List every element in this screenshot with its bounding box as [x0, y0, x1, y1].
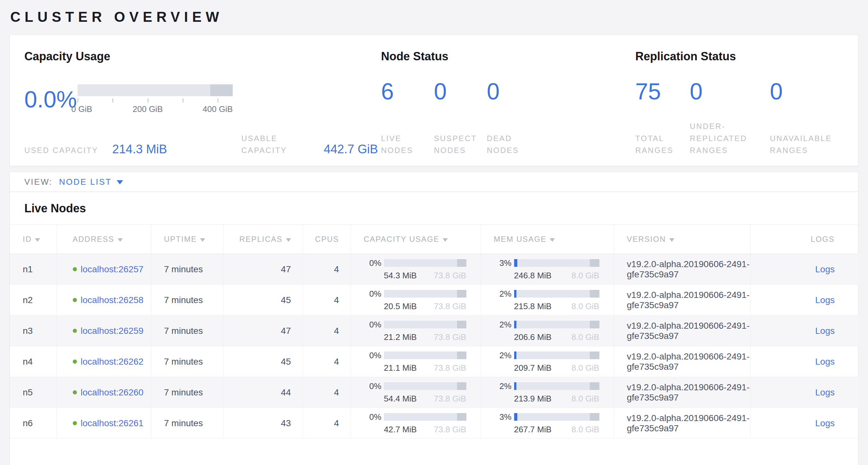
- node-live-status-icon: [73, 359, 77, 364]
- mem-total-value: 8.0 GiB: [571, 301, 599, 311]
- replication-status-title: Replication Status: [635, 50, 844, 63]
- chevron-down-icon: [117, 180, 123, 184]
- node-address-link[interactable]: localhost:26258: [81, 295, 144, 305]
- node-live-status-icon: [73, 329, 77, 333]
- mem-total-value: 8.0 GiB: [571, 363, 599, 373]
- view-label: VIEW:: [24, 177, 53, 187]
- logs-link[interactable]: Logs: [815, 264, 835, 274]
- column-header-address[interactable]: ADDRESS: [56, 225, 151, 254]
- mem-percent-label: 2%: [494, 381, 512, 391]
- unavailable-ranges-label: UNAVAILABLE RANGES: [770, 133, 844, 156]
- node-address-link[interactable]: localhost:26261: [81, 418, 144, 428]
- node-live-status-icon: [73, 267, 77, 271]
- table-row: n4 localhost:26262 7 minutes 45 4 0% 21.…: [10, 346, 859, 377]
- node-address-link[interactable]: localhost:26260: [81, 387, 144, 397]
- view-bar: VIEW: NODE LIST: [10, 172, 858, 192]
- logs-link[interactable]: Logs: [815, 418, 835, 428]
- uptime-cell: 7 minutes: [151, 285, 223, 316]
- node-live-status-icon: [73, 298, 77, 302]
- suspect-nodes-stat: 0 SUSPECT NODES: [434, 80, 487, 156]
- mem-percent-label: 3%: [494, 412, 512, 422]
- table-row: n1 localhost:26257 7 minutes 47 4 0% 54.…: [10, 254, 859, 285]
- mem-used-value: 267.7 MiB: [514, 425, 552, 435]
- under-replicated-ranges-stat: 0 UNDER-REPLICATED RANGES: [690, 80, 770, 156]
- node-address-cell: localhost:26259: [56, 316, 151, 346]
- mem-usage-bar: [514, 259, 599, 267]
- capacity-total-value: 73.8 GiB: [434, 332, 466, 342]
- cpus-cell: 4: [303, 285, 351, 316]
- axis-label-200: 200 GiB: [133, 104, 163, 114]
- capacity-used-value: 54.3 MiB: [384, 271, 417, 281]
- column-header-version[interactable]: VERSION: [614, 225, 750, 254]
- replicas-cell: 44: [223, 377, 303, 408]
- cluster-overview-page: CLUSTER OVERVIEW Capacity Usage 0.0%: [0, 0, 868, 465]
- capacity-percent-label: 0%: [364, 350, 381, 360]
- cpus-cell: 4: [303, 316, 351, 346]
- node-id-cell: n2: [10, 285, 56, 316]
- capacity-bar-chart: 0 GiB 200 GiB 400 GiB: [78, 84, 233, 115]
- replicas-cell: 45: [223, 346, 303, 377]
- mem-usage-cell: 3% 246.8 MiB 8.0 GiB: [481, 254, 614, 285]
- node-address-link[interactable]: localhost:26257: [81, 264, 144, 274]
- column-header-id[interactable]: ID: [10, 225, 56, 254]
- capacity-total-value: 73.8 GiB: [434, 363, 466, 373]
- summary-card: Capacity Usage 0.0%: [10, 35, 858, 166]
- capacity-usage-cell: 0% 54.4 MiB 73.8 GiB: [351, 377, 481, 408]
- logs-link[interactable]: Logs: [815, 295, 835, 305]
- axis-label-0: 0 GiB: [71, 104, 92, 114]
- capacity-percent-label: 0%: [364, 320, 381, 330]
- mem-used-value: 246.8 MiB: [514, 271, 552, 281]
- node-status-title: Node Status: [381, 50, 635, 63]
- column-header-uptime[interactable]: UPTIME: [151, 225, 223, 254]
- used-capacity-stat: USED CAPACITY 214.3 MiB: [24, 133, 241, 156]
- mem-total-value: 8.0 GiB: [571, 394, 599, 404]
- replicas-cell: 47: [223, 254, 303, 285]
- logs-link[interactable]: Logs: [815, 326, 835, 336]
- capacity-usage-section: Capacity Usage 0.0%: [24, 50, 381, 166]
- logs-cell: Logs: [750, 408, 859, 439]
- mem-total-value: 8.0 GiB: [571, 332, 599, 342]
- cpus-cell: 4: [303, 346, 351, 377]
- uptime-cell: 7 minutes: [151, 377, 223, 408]
- total-ranges-value: 75: [635, 80, 690, 103]
- replicas-cell: 47: [223, 316, 303, 346]
- capacity-used-value: 20.5 MiB: [384, 301, 417, 311]
- mem-usage-cell: 2% 215.8 MiB 8.0 GiB: [481, 285, 614, 316]
- uptime-cell: 7 minutes: [151, 408, 223, 439]
- node-id-cell: n5: [10, 377, 56, 408]
- capacity-used-value: 21.2 MiB: [384, 332, 417, 342]
- sort-arrow-icon: [286, 238, 291, 242]
- node-id-cell: n1: [10, 254, 56, 285]
- column-header-mem-usage[interactable]: MEM USAGE: [481, 225, 614, 254]
- version-cell: v19.2.0-alpha.20190606-2491-gfe735c9a97: [614, 377, 750, 408]
- cpus-cell: 4: [303, 377, 351, 408]
- live-nodes-card: VIEW: NODE LIST Live Nodes ID ADDRESS UP…: [10, 172, 858, 465]
- node-live-status-icon: [73, 390, 77, 395]
- logs-link[interactable]: Logs: [815, 387, 835, 397]
- capacity-usage-bar: [384, 351, 466, 359]
- node-address-link[interactable]: localhost:26259: [81, 326, 144, 336]
- view-selector-dropdown[interactable]: NODE LIST: [59, 177, 123, 187]
- live-nodes-title: Live Nodes: [24, 202, 858, 215]
- capacity-usage-cell: 0% 21.2 MiB 73.8 GiB: [351, 316, 481, 346]
- column-header-replicas[interactable]: REPLICAS: [223, 225, 303, 254]
- page-title: CLUSTER OVERVIEW: [10, 9, 858, 25]
- mem-usage-bar: [514, 290, 599, 298]
- unavailable-ranges-value: 0: [770, 80, 844, 103]
- dead-nodes-label: DEAD NODES: [487, 133, 540, 156]
- logs-link[interactable]: Logs: [815, 357, 835, 367]
- node-live-status-icon: [73, 421, 77, 425]
- mem-used-value: 213.9 MiB: [514, 394, 552, 404]
- mem-usage-cell: 2% 209.7 MiB 8.0 GiB: [481, 346, 614, 377]
- capacity-used-value: 54.4 MiB: [384, 394, 417, 404]
- axis-label-400: 400 GiB: [203, 104, 233, 114]
- sort-arrow-icon: [200, 238, 205, 242]
- version-cell: v19.2.0-alpha.20190606-2491-gfe735c9a97: [614, 316, 750, 346]
- column-header-capacity-usage[interactable]: CAPACITY USAGE: [351, 225, 481, 254]
- node-address-cell: localhost:26258: [56, 285, 151, 316]
- logs-cell: Logs: [750, 316, 859, 346]
- node-address-link[interactable]: localhost:26262: [81, 357, 144, 367]
- table-row: n5 localhost:26260 7 minutes 44 4 0% 54.…: [10, 377, 859, 408]
- capacity-usage-bar: [384, 259, 466, 267]
- logs-cell: Logs: [750, 254, 859, 285]
